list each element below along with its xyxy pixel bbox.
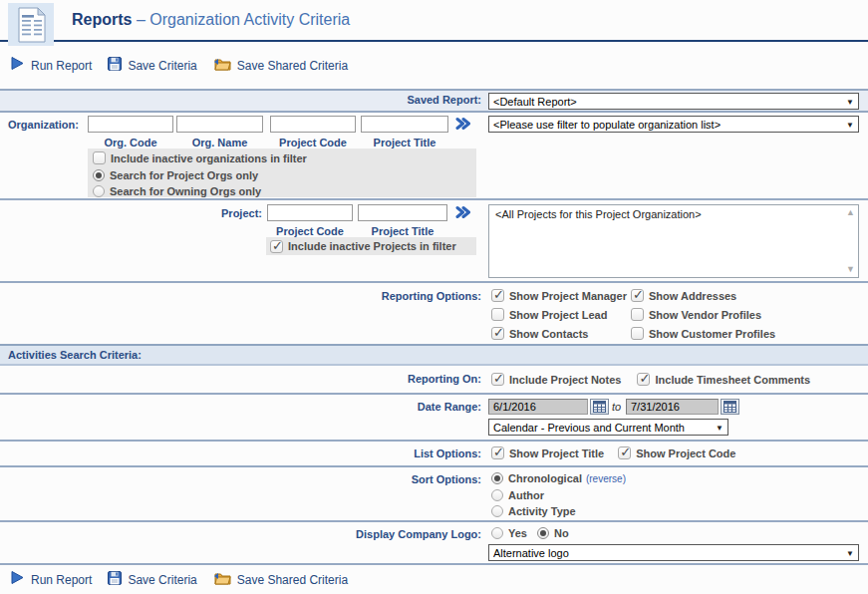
date-range-label: Date Range: [0,401,481,413]
list-options-row: List Options: Show Project Title Show Pr… [0,442,868,467]
include-inactive-orgs-label: Include inactive organizations in filter [111,152,307,164]
activities-section-header: Activities Search Criteria: [0,344,868,366]
org-code-field-label: Org. Code [88,137,173,148]
shared-folder-icon [213,571,231,589]
reporting-options-column-2: Show Addresses Show Vendor Profiles Show… [631,289,775,346]
page-title-sub: – Organization Activity Criteria [137,11,350,28]
reporting-on-row: Reporting On: Include Project Notes Incl… [0,366,868,395]
logo-no-label: No [554,527,569,539]
date-preset-value: Calendar - Previous and Current Month [493,422,685,434]
project-listbox[interactable]: <All Projects for this Project Organizat… [488,204,859,278]
project-list-option[interactable]: <All Projects for this Project Organizat… [489,205,858,223]
bottom-toolbar: Run Report Save Criteria Save Shared Cri… [0,565,868,594]
sort-options-label: Sort Options: [0,473,481,485]
scroll-up-icon[interactable]: ▲ [846,208,855,217]
date-to-calendar-button[interactable] [721,399,739,415]
page-title: Reports – Organization Activity Criteria [72,11,350,29]
include-inactive-orgs-checkbox[interactable] [93,151,106,164]
show-project-manager-checkbox[interactable] [491,289,504,302]
save-criteria-label: Save Criteria [128,59,196,73]
show-customer-profiles-checkbox[interactable] [631,327,644,340]
play-icon [10,56,25,75]
show-contacts-checkbox[interactable] [491,327,504,340]
org-project-code-input[interactable] [270,116,356,133]
show-project-title-checkbox[interactable] [491,446,504,459]
show-project-lead-checkbox[interactable] [491,308,504,321]
org-code-input[interactable] [88,116,173,133]
include-project-notes-checkbox[interactable] [491,373,504,386]
saved-report-select[interactable]: <Default Report> ▼ [488,93,859,110]
include-inactive-projects-checkbox[interactable] [270,240,283,253]
organization-select[interactable]: <Please use filter to populate organizat… [488,116,859,133]
dropdown-arrow-icon: ▼ [846,121,854,130]
project-options-panel: Include inactive Projects in filter [266,237,476,255]
scroll-down-icon[interactable]: ▼ [846,265,855,274]
project-section: Project: Project Code Project Title Incl… [0,200,868,283]
save-shared-criteria-button[interactable]: Save Shared Criteria [213,57,348,75]
org-name-input[interactable] [176,116,263,133]
project-filter-apply-button[interactable] [455,205,470,223]
logo-select[interactable]: Alternative logo ▼ [488,544,859,561]
logo-yes-radio[interactable] [491,527,503,539]
run-report-button[interactable]: Run Report [10,56,92,75]
saved-report-value: <Default Report> [493,96,577,108]
show-project-code-checkbox[interactable] [618,446,631,459]
activity-type-radio[interactable] [491,505,503,517]
floppy-disk-icon [108,571,122,589]
dropdown-arrow-icon: ▼ [846,549,854,558]
calendar-icon [723,401,736,413]
reporting-options-section: Reporting Options: Show Project Manager … [0,283,868,344]
show-addresses-checkbox[interactable] [631,289,644,302]
display-logo-label: Display Company Logo: [0,528,481,540]
date-from-field: 6/1/2016 [488,399,588,415]
date-to-field: 7/31/2016 [626,399,719,415]
search-project-orgs-radio[interactable] [93,169,105,181]
reporting-options-label: Reporting Options: [0,290,481,302]
activity-type-label: Activity Type [508,505,576,517]
org-project-title-input[interactable] [361,116,448,133]
play-icon [10,570,25,589]
save-criteria-button[interactable]: Save Criteria [108,57,196,75]
show-project-manager-label: Show Project Manager [509,290,627,302]
date-preset-select[interactable]: Calendar - Previous and Current Month ▼ [488,419,728,436]
saved-report-label: Saved Report: [0,94,481,106]
organization-filter-apply-button[interactable] [455,117,470,135]
reverse-link[interactable]: (reverse) [586,473,626,484]
include-project-notes-label: Include Project Notes [509,374,621,386]
run-report-button-bottom[interactable]: Run Report [10,570,92,589]
reporting-options-column-1: Show Project Manager Show Project Lead S… [491,289,627,346]
org-project-title-field-label: Project Title [361,137,448,148]
include-timesheet-comments-checkbox[interactable] [637,373,650,386]
page-header: Reports – Organization Activity Criteria [0,0,868,42]
search-owning-orgs-label: Search for Owning Orgs only [110,185,261,197]
project-code-filter-input[interactable] [267,204,353,221]
author-label: Author [508,489,544,501]
logo-select-value: Alternative logo [493,547,569,559]
show-customer-profiles-label: Show Customer Profiles [649,328,775,340]
chronological-label: Chronological [508,472,582,484]
show-project-lead-label: Show Project Lead [509,309,607,321]
search-owning-orgs-radio[interactable] [93,185,105,197]
show-vendor-profiles-label: Show Vendor Profiles [649,309,761,321]
project-title-field-label: Project Title [358,225,447,237]
dropdown-arrow-icon: ▼ [716,424,723,433]
dropdown-arrow-icon: ▼ [846,98,854,107]
run-report-label: Run Report [31,59,92,73]
date-from-calendar-button[interactable] [590,399,609,415]
organization-options-panel: Include inactive organizations in filter… [88,148,476,197]
include-inactive-projects-label: Include inactive Projects in filter [288,240,456,252]
sort-options-row: Sort Options: Chronological (reverse) Au… [0,467,868,522]
author-radio[interactable] [491,489,503,501]
list-options-label: List Options: [0,447,481,459]
logo-no-radio[interactable] [537,527,549,539]
saved-report-row: Saved Report: <Default Report> ▼ [0,89,868,113]
show-vendor-profiles-checkbox[interactable] [631,308,644,321]
calendar-icon [593,401,606,413]
chronological-radio[interactable] [491,472,503,484]
save-criteria-label-bottom: Save Criteria [128,573,196,587]
page-title-main: Reports [72,11,132,28]
save-criteria-button-bottom[interactable]: Save Criteria [108,571,196,589]
save-shared-criteria-button-bottom[interactable]: Save Shared Criteria [213,571,348,589]
project-title-filter-input[interactable] [358,204,447,221]
save-shared-criteria-label: Save Shared Criteria [237,59,348,73]
